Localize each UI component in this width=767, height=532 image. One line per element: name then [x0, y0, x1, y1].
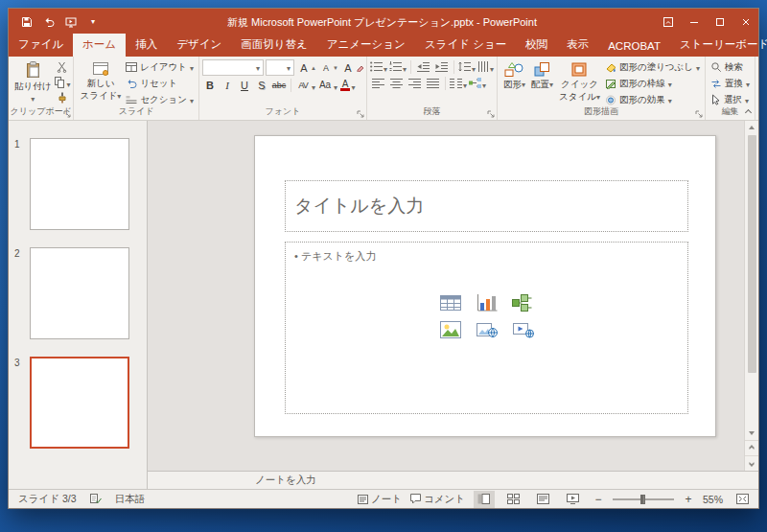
titlebar[interactable]: 新規 Microsoft PowerPoint プレゼンテーション.pptx -…	[9, 9, 758, 35]
minimize-button[interactable]	[681, 9, 707, 35]
slide-thumbnail-3[interactable]	[30, 357, 129, 449]
insert-picture-button[interactable]	[438, 319, 463, 339]
decrease-indent-button[interactable]	[415, 59, 431, 74]
find-button[interactable]: 検索	[709, 59, 752, 75]
replace-button[interactable]: 置換	[709, 76, 752, 91]
bold-button[interactable]: B	[202, 78, 218, 93]
collapse-ribbon-button[interactable]	[743, 108, 753, 116]
shrink-font-button[interactable]: A▼	[318, 60, 338, 75]
arrange-icon	[534, 61, 551, 78]
clear-formatting-button[interactable]: A	[340, 60, 363, 75]
scrollbar-track[interactable]	[745, 134, 758, 427]
underline-button[interactable]: U	[237, 78, 252, 93]
insert-video-button[interactable]	[511, 319, 536, 339]
convert-to-smartart-button[interactable]	[469, 76, 486, 90]
grow-font-button[interactable]: A▲	[296, 60, 316, 75]
quick-styles-button[interactable]: クイック スタイル	[556, 59, 603, 104]
tab-insert[interactable]: 挿入	[126, 34, 167, 57]
dialog-launcher-icon[interactable]	[63, 110, 71, 118]
columns-button[interactable]	[450, 76, 467, 90]
justify-button[interactable]	[425, 76, 441, 90]
zoom-out-button[interactable]: −	[593, 493, 604, 506]
text-shadow-button[interactable]: S	[254, 78, 269, 93]
scrollbar-thumb[interactable]	[748, 135, 756, 373]
insert-online-picture-button[interactable]	[475, 319, 500, 339]
numbering-button[interactable]	[389, 59, 407, 74]
font-color-button[interactable]: A	[339, 79, 356, 93]
insert-table-button[interactable]	[438, 292, 463, 312]
start-slideshow-button[interactable]	[64, 15, 78, 29]
tab-acrobat[interactable]: ACROBAT	[598, 36, 670, 57]
arrange-button[interactable]: 配置	[528, 59, 556, 92]
maximize-button[interactable]	[707, 9, 732, 35]
vertical-scrollbar[interactable]	[744, 121, 758, 471]
dialog-launcher-icon[interactable]	[695, 110, 703, 118]
slide-counter[interactable]: スライド 3/3	[18, 493, 77, 506]
insert-chart-button[interactable]	[475, 292, 500, 312]
align-left-button[interactable]	[370, 76, 386, 90]
spell-check-button[interactable]	[90, 494, 102, 504]
slide-canvas[interactable]: タイトルを入力 • テキストを入力	[254, 135, 716, 437]
strikethrough-button[interactable]: abc	[271, 78, 287, 93]
paste-button[interactable]: 貼り付け	[12, 59, 54, 106]
copy-button[interactable]	[54, 75, 70, 89]
character-spacing-button[interactable]: AV	[295, 79, 315, 93]
notes-pane[interactable]: ノートを入力	[148, 471, 758, 489]
tab-view[interactable]: 表示	[557, 34, 598, 57]
shape-fill-button[interactable]: 図形の塗りつぶし	[603, 59, 702, 75]
change-case-button[interactable]: Aa	[317, 79, 337, 93]
align-right-button[interactable]	[407, 76, 423, 90]
shapes-button[interactable]: 図形	[500, 59, 528, 92]
tab-storyboard[interactable]: ストーリーボード	[670, 34, 767, 57]
next-slide-button[interactable]	[745, 455, 758, 471]
tab-home[interactable]: ホーム	[73, 34, 126, 57]
scroll-up-button[interactable]	[745, 121, 758, 134]
font-name-combobox[interactable]	[202, 59, 264, 76]
tab-file[interactable]: ファイル	[9, 34, 73, 57]
zoom-level[interactable]: 55%	[703, 494, 723, 505]
reading-view-button[interactable]	[533, 491, 554, 508]
language-indicator[interactable]: 日本語	[115, 493, 146, 506]
dialog-launcher-icon[interactable]	[487, 110, 495, 118]
text-direction-button[interactable]	[477, 59, 494, 74]
previous-slide-button[interactable]	[745, 440, 758, 455]
shape-outline-button[interactable]: 図形の枠線	[603, 76, 702, 91]
reset-button[interactable]: リセット	[124, 76, 196, 91]
undo-button[interactable]	[42, 15, 56, 29]
tab-animations[interactable]: アニメーション	[317, 34, 415, 57]
close-button[interactable]	[732, 9, 758, 35]
fit-to-window-button[interactable]	[732, 491, 753, 508]
normal-view-button[interactable]	[474, 491, 495, 508]
scroll-down-button[interactable]	[745, 427, 758, 440]
tab-transitions[interactable]: 画面切り替え	[231, 34, 317, 57]
comments-button[interactable]: コメント	[410, 493, 465, 506]
slideshow-view-button[interactable]	[563, 491, 584, 508]
insert-smartart-button[interactable]	[511, 292, 536, 312]
tab-review[interactable]: 校閲	[516, 34, 557, 57]
bullets-button[interactable]	[370, 59, 387, 74]
zoom-in-button[interactable]: +	[683, 493, 694, 506]
italic-button[interactable]: I	[220, 78, 235, 93]
slide-sorter-view-button[interactable]	[503, 491, 524, 508]
tab-design[interactable]: デザイン	[167, 34, 231, 57]
new-slide-button[interactable]: 新しい スライド	[77, 59, 124, 104]
align-center-button[interactable]	[388, 76, 405, 90]
ribbon-display-options-button[interactable]	[655, 9, 681, 35]
slide-thumbnail-1[interactable]	[30, 138, 129, 230]
zoom-slider-thumb[interactable]	[640, 495, 645, 504]
cut-button[interactable]	[54, 59, 70, 74]
slide-thumbnail-2[interactable]	[30, 247, 129, 339]
tab-slideshow[interactable]: スライド ショー	[415, 34, 516, 57]
notes-toggle-button[interactable]: ノート	[358, 493, 402, 506]
line-spacing-button[interactable]	[458, 59, 476, 74]
dialog-launcher-icon[interactable]	[357, 110, 364, 118]
increase-indent-button[interactable]	[433, 59, 450, 74]
save-button[interactable]	[20, 15, 34, 29]
format-painter-button[interactable]	[54, 90, 70, 104]
title-placeholder[interactable]: タイトルを入力	[285, 180, 688, 232]
font-size-combobox[interactable]	[266, 59, 294, 76]
zoom-slider[interactable]	[613, 498, 674, 500]
content-placeholder[interactable]: • テキストを入力	[285, 242, 688, 414]
layout-button[interactable]: レイアウト	[124, 59, 196, 75]
customize-qat-button[interactable]	[86, 15, 100, 29]
